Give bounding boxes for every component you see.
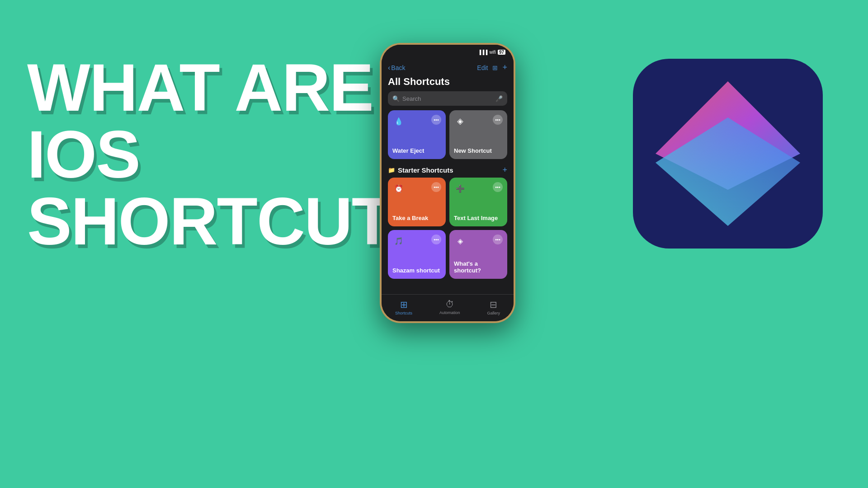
shortcuts-tab-icon: ⊞ xyxy=(400,299,408,310)
grid-view-button[interactable]: ⊞ xyxy=(492,64,498,71)
status-bar: ▐▐▐ wifi 97 xyxy=(382,45,514,59)
whats-tile-more-button[interactable]: ••• xyxy=(493,235,503,244)
app-icon-background xyxy=(633,59,823,249)
phone-mockup: ▐▐▐ wifi 97 ‹ Back Edit ⊞ + xyxy=(380,43,515,323)
text-last-image-label: Text Last Image xyxy=(454,215,503,222)
main-title-area: WHAT ARE iOS SHORTCUTS? xyxy=(27,54,398,255)
back-button[interactable]: ‹ Back xyxy=(388,64,405,72)
shortcuts-tab-label: Shortcuts xyxy=(395,311,412,315)
all-shortcuts-grid: 💧 ••• Water Eject ◈ ••• New Shortcut xyxy=(382,110,514,163)
screen-title: All Shortcuts xyxy=(382,74,514,91)
search-icon: 🔍 xyxy=(392,95,400,102)
gallery-tab-label: Gallery xyxy=(487,311,500,315)
title-line-3: SHORTCUTS? xyxy=(27,188,398,255)
back-label: Back xyxy=(391,64,405,71)
title-line-2: iOS xyxy=(27,121,398,188)
tab-shortcuts[interactable]: ⊞ Shortcuts xyxy=(395,299,412,315)
water-tile-more-button[interactable]: ••• xyxy=(431,115,441,125)
starter-shortcuts-section-header: 📁 Starter Shortcuts + xyxy=(382,163,514,178)
tab-gallery[interactable]: ⊟ Gallery xyxy=(487,299,500,315)
tile-header-water: 💧 ••• xyxy=(392,115,441,127)
chevron-left-icon: ‹ xyxy=(388,64,390,72)
gallery-tab-icon: ⊟ xyxy=(490,299,497,310)
nav-actions: Edit ⊞ + xyxy=(477,63,507,72)
new-shortcut-tile[interactable]: ◈ ••• New Shortcut xyxy=(449,110,507,159)
microphone-icon[interactable]: 🎤 xyxy=(495,95,503,102)
tile-header-text-last: ➕ ••• xyxy=(454,182,503,195)
edit-button[interactable]: Edit xyxy=(477,64,488,71)
starter-shortcuts-grid: ⏰ ••• Take a Break ➕ ••• Text Last Image xyxy=(382,178,514,282)
title-line-1: WHAT ARE xyxy=(27,54,398,121)
tile-header-break: ⏰ ••• xyxy=(392,182,441,195)
add-starter-shortcut-button[interactable]: + xyxy=(502,165,507,175)
section-header-left: 📁 Starter Shortcuts xyxy=(388,166,453,174)
tile-header-new: ◈ ••• xyxy=(454,115,503,127)
phone-screen: ▐▐▐ wifi 97 ‹ Back Edit ⊞ + xyxy=(382,45,514,294)
water-eject-tile[interactable]: 💧 ••• Water Eject xyxy=(388,110,446,159)
water-eject-label: Water Eject xyxy=(392,147,441,155)
search-bar[interactable]: 🔍 Search 🎤 xyxy=(388,91,507,106)
shazam-tile-more-button[interactable]: ••• xyxy=(431,235,441,244)
tab-automation[interactable]: ⏱ Automation xyxy=(439,299,460,315)
new-tile-more-button[interactable]: ••• xyxy=(493,115,503,125)
automation-tab-label: Automation xyxy=(439,310,460,315)
search-input[interactable]: Search xyxy=(402,95,493,102)
shazam-icon: 🎵 xyxy=(392,235,405,247)
take-a-break-tile[interactable]: ⏰ ••• Take a Break xyxy=(388,178,446,226)
shortcuts-app-icon xyxy=(646,72,809,235)
break-tile-more-button[interactable]: ••• xyxy=(431,182,441,192)
shazam-shortcut-tile[interactable]: 🎵 ••• Shazam shortcut xyxy=(388,230,446,279)
tab-bar: ⊞ Shortcuts ⏱ Automation ⊟ Gallery xyxy=(382,294,514,321)
phone-nav-bar: ‹ Back Edit ⊞ + xyxy=(382,59,514,74)
text-tile-more-button[interactable]: ••• xyxy=(493,182,503,192)
automation-tab-icon: ⏱ xyxy=(445,299,454,310)
tile-header-whats: ◈ ••• xyxy=(454,235,503,247)
phone-outer-shell: ▐▐▐ wifi 97 ‹ Back Edit ⊞ + xyxy=(380,43,515,323)
text-image-icon: ➕ xyxy=(454,182,467,195)
signal-icon: ▐▐▐ xyxy=(478,50,487,55)
break-icon: ⏰ xyxy=(392,182,405,195)
wifi-icon: wifi xyxy=(489,50,495,55)
take-break-label: Take a Break xyxy=(392,215,441,222)
whats-shortcut-tile[interactable]: ◈ ••• What's a shortcut? xyxy=(449,230,507,279)
folder-icon: 📁 xyxy=(388,167,395,174)
battery-icon: 97 xyxy=(498,50,505,55)
new-shortcut-label: New Shortcut xyxy=(454,147,503,155)
tile-header-shazam: 🎵 ••• xyxy=(392,235,441,247)
add-shortcut-button[interactable]: + xyxy=(502,63,507,72)
whats-shortcut-label: What's a shortcut? xyxy=(454,260,503,274)
status-icons: ▐▐▐ wifi 97 xyxy=(478,50,505,55)
starter-shortcuts-title: Starter Shortcuts xyxy=(398,166,453,174)
whats-shortcut-icon: ◈ xyxy=(454,235,467,247)
water-drop-icon: 💧 xyxy=(392,115,405,127)
phone-inner: ▐▐▐ wifi 97 ‹ Back Edit ⊞ + xyxy=(382,45,514,321)
new-shortcut-icon: ◈ xyxy=(454,115,467,127)
shazam-label: Shazam shortcut xyxy=(392,267,441,274)
text-last-image-tile[interactable]: ➕ ••• Text Last Image xyxy=(449,178,507,226)
